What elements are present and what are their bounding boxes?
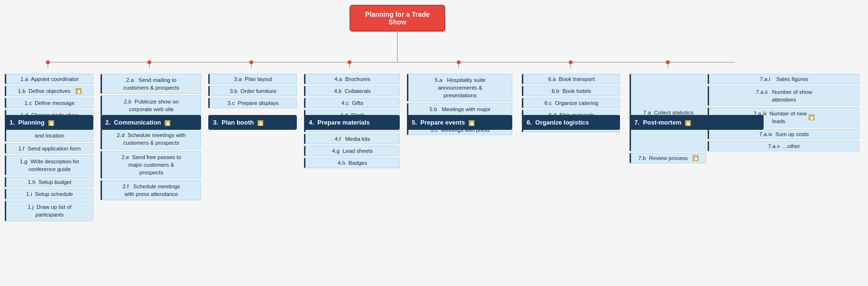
col2-header: 2. Communication 📋 (101, 115, 201, 130)
col3-items: 3.a Plan layout 3.b Order furniture 3.c … (208, 74, 297, 108)
col3-note-icon: 📋 (258, 120, 263, 126)
item-7ai: 7.a.i Sales figures (708, 74, 859, 84)
item-7b: 7.b Review process 📋 (630, 153, 706, 163)
item-2e: 2.e Send free passes tomajor customers &… (101, 151, 201, 179)
item-6c: 6.c Organize catering (522, 98, 620, 108)
item-3a: 3.a Plan layout (208, 74, 297, 84)
col2-label: 2. Communication (105, 119, 161, 126)
item-7aii: 7.a.ii Number of showattendees (708, 86, 859, 106)
item-1f: 1.f Send application form (5, 143, 93, 154)
item-7a-subitems: 7.a.i Sales figures 7.a.ii Number of sho… (708, 74, 859, 151)
item-2a: 2.a Send mailing tocustomers & prospects (101, 74, 201, 94)
item-1b: 1.b Define objectives 📋 (5, 86, 93, 96)
col7-header: 7. Post-mortem 📋 (630, 115, 764, 130)
col3-header: 3. Plan booth 📋 (208, 115, 297, 130)
dot-root-bottom (395, 28, 399, 32)
col2-note-icon: 📋 (165, 120, 170, 126)
dot-col6 (569, 60, 573, 64)
item-1h: 1.h Setup budget (5, 177, 93, 187)
item-7a: 7.a Collect statistics (630, 74, 706, 151)
col1-label: 1. Planning (10, 119, 45, 126)
column-4: 4. Prepare materials 4.a Brochures 4.b C… (304, 57, 400, 168)
item-7a-row: 7.a Collect statistics 7.a.i Sales figur… (630, 74, 859, 151)
item-2d: 2.d Schedule meetings withcustomers & pr… (101, 129, 201, 149)
item-1i: 1.i Setup schedule (5, 189, 93, 199)
col1-items: 1.a Appoint coordinator 1.b Define objec… (5, 74, 93, 221)
item-4g: 4.g Lead sheets (304, 146, 400, 156)
item-4h: 4.h Badges (304, 158, 400, 168)
col1-header: 1. Planning 📋 (5, 115, 93, 130)
dot-col3 (249, 60, 253, 64)
col5-label: 5. Prepare events (412, 119, 465, 126)
col6-label: 6. Organize logistics (527, 119, 589, 126)
col1-note-icon: 📋 (48, 120, 54, 126)
col4-label: 4. Prepare materials (309, 119, 370, 126)
dot-col2 (147, 60, 151, 64)
col5-note-icon: 📋 (469, 120, 474, 126)
item-4c: 4.c Gifts (304, 98, 400, 108)
item-7aiv: 7.a.iv Sum up costs (708, 129, 859, 139)
column-3: 3. Plan booth 📋 3.a Plan layout 3.b Orde… (208, 57, 297, 108)
item-4a: 4.a Brochures (304, 74, 400, 84)
dot-col1 (46, 60, 50, 64)
item-7aiii-note: 📋 (809, 114, 814, 120)
item-4b: 4.b Collaterals (304, 86, 400, 96)
item-1c: 1.c Define message (5, 98, 93, 108)
col3-label: 3. Plan booth (213, 119, 254, 126)
item-2b: 2.b Publicize show oncorporate web site (101, 95, 201, 115)
item-1j: 1.j Draw up list ofparticipants (5, 201, 93, 221)
column-2: 2. Communication 📋 2.a Send mailing tocu… (101, 57, 201, 200)
dot-col5 (457, 60, 461, 64)
column-5: 5. Prepare events 📋 5.a Hospitality suit… (407, 57, 512, 135)
item-3c: 3.c Prepare displays (208, 98, 297, 108)
col7-label: 7. Post-mortem (634, 119, 681, 126)
col4-header: 4. Prepare materials (304, 115, 400, 130)
item-6a: 6.a Book transport (522, 74, 620, 84)
item-1g: 1.g Write description forconference guid… (5, 155, 93, 175)
dot-col4 (348, 60, 351, 64)
col2-items: 2.a Send mailing tocustomers & prospects… (101, 74, 201, 200)
col5-header: 5. Prepare events 📋 (407, 115, 512, 130)
item-1b-note: 📋 (76, 88, 81, 94)
item-4f: 4.f Media kits (304, 134, 400, 144)
item-2f: 2.f Schedule meetingswith press attendan… (101, 180, 201, 200)
diagram-container: Planning for a Trade Show 1. Planning 📋 … (0, 0, 868, 286)
item-3b: 3.b Order furniture (208, 86, 297, 96)
column-1: 1. Planning 📋 1.a Appoint coordinator 1.… (5, 57, 93, 221)
root-title: Planning for a Trade Show (365, 11, 430, 26)
item-6b: 6.b Book hotels (522, 86, 620, 96)
item-5a: 5.a Hospitality suiteannouncements &pres… (407, 74, 512, 102)
col7-note-icon: 📋 (685, 120, 691, 126)
item-7b-note: 📋 (693, 155, 699, 161)
item-1a: 1.a Appoint coordinator (5, 74, 93, 84)
item-7av: 7.a.v ...other (708, 141, 859, 151)
col6-header: 6. Organize logistics (522, 115, 620, 130)
column-7: 7. Post-mortem 📋 7.a Collect statistics … (630, 57, 859, 163)
column-6: 6. Organize logistics 6.a Book transport… (522, 57, 620, 132)
dot-col7 (666, 60, 670, 64)
